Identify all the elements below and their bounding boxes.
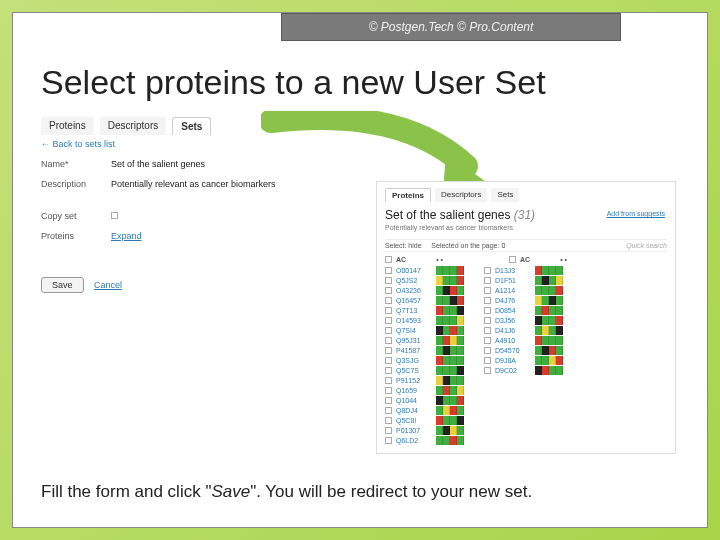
panel-tab-sets[interactable]: Sets (491, 188, 519, 202)
select-hide[interactable]: Select: hide (385, 242, 422, 249)
set-title-text: Set of the salient genes (385, 208, 510, 222)
protein-ac-link[interactable]: Q5JS2 (396, 277, 432, 284)
back-link[interactable]: ← Back to sets list (41, 139, 351, 149)
row-checkbox[interactable] (484, 277, 491, 284)
protein-ac-link[interactable]: Q1659 (396, 387, 432, 394)
row-checkbox[interactable] (484, 357, 491, 364)
protein-ac-link[interactable]: Q16457 (396, 297, 432, 304)
row-checkbox[interactable] (385, 417, 392, 424)
protein-ac-link[interactable]: D0854 (495, 307, 531, 314)
table-row: O43236 (385, 285, 464, 295)
table-row: Q16457 (385, 295, 464, 305)
expand-link[interactable]: Expand (111, 231, 142, 241)
protein-ac-link[interactable]: O43236 (396, 287, 432, 294)
row-checkbox[interactable] (484, 337, 491, 344)
protein-ac-link[interactable]: Q1044 (396, 397, 432, 404)
name-value[interactable]: Set of the salient genes (111, 159, 351, 169)
row-checkbox[interactable] (385, 407, 392, 414)
table-row: Q95J31 (385, 335, 464, 345)
protein-ac-link[interactable]: D3J56 (495, 317, 531, 324)
col-header-1[interactable]: AC (396, 256, 406, 263)
select-all-checkbox-2[interactable] (509, 256, 516, 263)
heatmap-cells (436, 336, 464, 345)
tab-proteins[interactable]: Proteins (41, 117, 94, 135)
protein-ac-link[interactable]: A4910 (495, 337, 531, 344)
footer-save-word: Save (211, 482, 250, 501)
cancel-link[interactable]: Cancel (94, 280, 122, 290)
protein-ac-link[interactable]: A1214 (495, 287, 531, 294)
main-tabs: Proteins Descriptors Sets (41, 117, 681, 135)
row-checkbox[interactable] (385, 437, 392, 444)
row-checkbox[interactable] (484, 267, 491, 274)
panel-tab-proteins[interactable]: Proteins (385, 188, 431, 202)
protein-ac-link[interactable]: P01307 (396, 427, 432, 434)
protein-ac-link[interactable]: D9J8A (495, 357, 531, 364)
row-checkbox[interactable] (385, 287, 392, 294)
row-checkbox[interactable] (385, 357, 392, 364)
row-checkbox[interactable] (484, 317, 491, 324)
protein-column-2: D13J3D1F51A1214D4J76D0854D3J56D41J6A4910… (484, 265, 563, 445)
protein-ac-link[interactable]: Q5C8I (396, 417, 432, 424)
protein-ac-link[interactable]: Q7T13 (396, 307, 432, 314)
protein-ac-link[interactable]: Q6LD2 (396, 437, 432, 444)
row-checkbox[interactable] (385, 307, 392, 314)
proteins-panel: Proteins Descriptors Sets Set of the sal… (376, 181, 676, 454)
row-checkbox[interactable] (385, 277, 392, 284)
protein-ac-link[interactable]: Q95J31 (396, 337, 432, 344)
table-row: D1F51 (484, 275, 563, 285)
col-header-2[interactable]: AC (520, 256, 530, 263)
protein-ac-link[interactable]: D54570 (495, 347, 531, 354)
select-all-checkbox-1[interactable] (385, 256, 392, 263)
screenshot-area: Proteins Descriptors Sets ← Back to sets… (41, 117, 681, 417)
row-checkbox[interactable] (385, 397, 392, 404)
row-checkbox[interactable] (385, 387, 392, 394)
row-checkbox[interactable] (484, 287, 491, 294)
panel-tabs: Proteins Descriptors Sets (385, 188, 667, 202)
table-row: A1214 (484, 285, 563, 295)
panel-tab-descriptors[interactable]: Descriptors (435, 188, 487, 202)
protein-ac-link[interactable]: D9C02 (495, 367, 531, 374)
row-checkbox[interactable] (484, 327, 491, 334)
row-checkbox[interactable] (484, 367, 491, 374)
protein-ac-link[interactable]: D13J3 (495, 267, 531, 274)
row-checkbox[interactable] (484, 347, 491, 354)
copy-label: Copy set (41, 211, 111, 221)
table-row: Q1044 (385, 395, 464, 405)
proteins-label: Proteins (41, 231, 111, 241)
table-row: Q7SI4 (385, 325, 464, 335)
protein-ac-link[interactable]: Q7SI4 (396, 327, 432, 334)
row-checkbox[interactable] (385, 267, 392, 274)
heatmap-cells (535, 316, 563, 325)
row-checkbox[interactable] (385, 297, 392, 304)
add-from-suggests-link[interactable]: Add from suggests (607, 210, 665, 217)
row-checkbox[interactable] (385, 317, 392, 324)
row-checkbox[interactable] (385, 337, 392, 344)
row-checkbox[interactable] (385, 427, 392, 434)
footer-post: ". You will be redirect to your new set. (250, 482, 532, 501)
heatmap-cells (535, 296, 563, 305)
protein-ac-link[interactable]: Q8DJ4 (396, 407, 432, 414)
protein-ac-link[interactable]: D41J6 (495, 327, 531, 334)
protein-ac-link[interactable]: Q3SJG (396, 357, 432, 364)
tab-sets[interactable]: Sets (172, 117, 211, 135)
protein-ac-link[interactable]: D4J76 (495, 297, 531, 304)
desc-value[interactable]: Potentially relevant as cancer biomarker… (111, 179, 351, 189)
protein-ac-link[interactable]: O14593 (396, 317, 432, 324)
row-checkbox[interactable] (385, 367, 392, 374)
row-checkbox[interactable] (484, 297, 491, 304)
protein-ac-link[interactable]: P91152 (396, 377, 432, 384)
heatmap-cells (436, 266, 464, 275)
tab-descriptors[interactable]: Descriptors (100, 117, 167, 135)
protein-ac-link[interactable]: P41587 (396, 347, 432, 354)
row-checkbox[interactable] (484, 307, 491, 314)
save-button[interactable]: Save (41, 277, 84, 293)
protein-ac-link[interactable]: Q5C7S (396, 367, 432, 374)
protein-ac-link[interactable]: O00147 (396, 267, 432, 274)
row-checkbox[interactable] (385, 347, 392, 354)
quick-search[interactable]: Quick search (626, 242, 667, 249)
row-checkbox[interactable] (385, 377, 392, 384)
heatmap-cells (436, 356, 464, 365)
row-checkbox[interactable] (385, 327, 392, 334)
protein-ac-link[interactable]: D1F51 (495, 277, 531, 284)
copy-checkbox[interactable] (111, 212, 118, 219)
